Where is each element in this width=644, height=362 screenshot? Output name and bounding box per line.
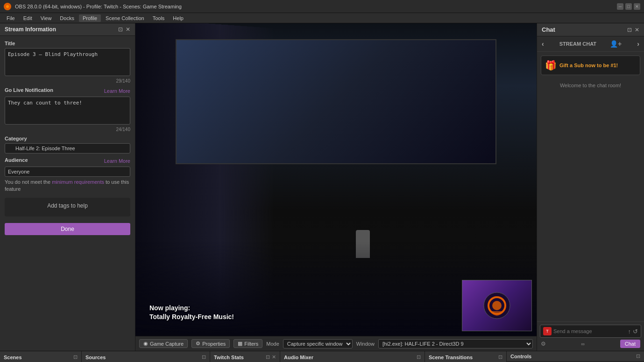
scene-frame-top — [176, 39, 496, 164]
svg-point-1 — [6, 5, 9, 8]
go-live-input[interactable]: They can count to three! — [5, 97, 130, 125]
window-controls: ─ □ ✕ — [617, 3, 640, 10]
audio-mixer-panel: Audio Mixer ⊡ Desktop Audio 0.0 dB 4s5s4… — [280, 351, 425, 362]
minimize-btn[interactable]: ─ — [617, 3, 623, 10]
title-bar: OBS 28.0.0 (64-bit, windows) - Profile: … — [0, 0, 644, 13]
twitch-stats-icons: ⊡ ✕ — [266, 354, 276, 360]
sources-panel-title: Sources — [85, 355, 106, 360]
chat-avatar: T — [543, 327, 552, 335]
scene-transitions-panel: Scene Transitions ⊡ Fade ▲ ▼ Duration ▲ … — [425, 351, 507, 362]
controls-expand-icon[interactable]: ⊡ — [636, 353, 640, 359]
stream-info-panel: Stream Information ⊡ ✕ Title Episode 3 –… — [0, 23, 135, 351]
properties-btn[interactable]: ⚙ Properties — [191, 339, 230, 348]
controls-header: Controls ⊡ — [507, 351, 644, 362]
title-input[interactable]: Episode 3 – Blind Playthrough — [5, 48, 130, 76]
window-title: OBS 28.0.0 (64-bit, windows) - Profile: … — [15, 4, 613, 9]
title-char-count: 29/140 — [5, 78, 130, 84]
menu-bar: File Edit View Docks Profile Scene Colle… — [0, 13, 644, 23]
sources-panel-header: Sources ⊡ — [82, 351, 210, 362]
stream-info-header: Stream Information ⊡ ✕ — [0, 23, 135, 36]
audience-select[interactable]: Everyone — [5, 167, 130, 177]
window-select[interactable]: [hi2.exe]: HALF-LIFE 2 - Direct3D 9 — [378, 339, 533, 348]
transitions-header: Scene Transitions ⊡ — [425, 351, 506, 362]
twitch-stats-header: Twitch Stats ⊡ ✕ — [210, 351, 280, 362]
obs-overlay — [462, 280, 532, 331]
chat-messages: Welcome to the chat room! — [537, 79, 644, 321]
twitch-stats-close-icon[interactable]: ✕ — [272, 354, 276, 360]
audio-mixer-header: Audio Mixer ⊡ — [280, 351, 425, 362]
menu-help[interactable]: Help — [169, 14, 187, 22]
go-live-row: Go Live Notification Learn More — [5, 87, 130, 95]
source-tag-icon: ◉ — [143, 341, 148, 347]
chat-header: Chat ⊡ ✕ — [537, 23, 644, 36]
game-scene: Now playing: Totally Royalty-Free Music! — [135, 23, 537, 336]
transitions-title: Scene Transitions — [429, 355, 473, 360]
video-preview: Now playing: Totally Royalty-Free Music! — [135, 23, 537, 336]
chat-header-icons: ⊡ ✕ — [627, 27, 639, 33]
chat-nav-next[interactable]: › — [635, 39, 641, 49]
stream-info-content: Title Episode 3 – Blind Playthrough 29/1… — [0, 36, 135, 351]
controls-title: Controls — [510, 354, 531, 359]
scenes-panel-title: Scenes — [4, 355, 22, 360]
properties-icon: ⚙ — [196, 341, 200, 347]
stream-info-title: Stream Information — [5, 26, 56, 33]
filters-btn[interactable]: ▦ Filters — [234, 339, 262, 348]
tags-section: Add tags to help — [5, 198, 130, 216]
app-icon — [4, 3, 11, 10]
menu-edit[interactable]: Edit — [20, 14, 36, 22]
stream-info-close-icon[interactable]: ✕ — [126, 26, 130, 33]
audio-mixer-expand-icon[interactable]: ⊡ — [417, 354, 421, 360]
chat-settings-icon[interactable]: ⚙ — [541, 341, 546, 347]
stream-info-expand-icon[interactable]: ⊡ — [118, 26, 123, 33]
title-field-label: Title — [5, 41, 130, 46]
chat-nav-prev[interactable]: ‹ — [540, 39, 546, 49]
twitch-stats-expand-icon[interactable]: ⊡ — [266, 354, 270, 360]
go-live-label: Go Live Notification — [5, 87, 53, 93]
chat-message-input[interactable] — [553, 328, 626, 334]
promo-text: Gift a Sub now to be #1! — [559, 63, 618, 68]
svg-point-4 — [492, 301, 502, 310]
obs-logo-svg — [483, 292, 511, 320]
filters-icon: ▦ — [238, 341, 242, 347]
menu-profile[interactable]: Profile — [79, 14, 101, 22]
close-btn[interactable]: ✕ — [634, 3, 640, 10]
category-wrapper: 🔍 — [5, 143, 130, 153]
now-playing-line1: Now playing: — [149, 304, 234, 313]
maximize-btn[interactable]: □ — [625, 3, 632, 10]
chat-send-btn[interactable]: Chat — [620, 340, 640, 348]
source-tag-label: Game Capture — [150, 341, 184, 347]
window-label: Window — [356, 341, 375, 347]
menu-view[interactable]: View — [37, 14, 56, 22]
menu-file[interactable]: File — [3, 14, 19, 22]
tags-label: Add tags to help — [9, 202, 126, 209]
audience-row: Audience Learn More — [5, 157, 130, 165]
chat-promo: 🎁 Gift a Sub now to be #1! — [541, 56, 640, 75]
done-button[interactable]: Done — [5, 223, 130, 235]
chat-emoji-icon[interactable]: ↑ — [628, 328, 631, 335]
requirements-link[interactable]: minimum requirements — [52, 179, 104, 185]
audience-learn-more[interactable]: Learn More — [104, 158, 130, 164]
menu-tools[interactable]: Tools — [149, 14, 169, 22]
scenes-panel-header: Scenes ⊡ — [0, 351, 81, 362]
controls-panel: Controls ⊡ Stop Streaming Start Recordin… — [507, 351, 644, 362]
mode-select[interactable]: Capture specific window — [283, 339, 353, 348]
chat-expand-icon[interactable]: ⊡ — [627, 27, 632, 33]
menu-docks[interactable]: Docks — [56, 14, 78, 22]
mode-label: Mode — [266, 341, 279, 347]
chat-add-user-icon[interactable]: 👤+ — [610, 40, 622, 48]
go-live-learn-more[interactable]: Learn More — [104, 88, 130, 94]
chat-panel: Chat ⊡ ✕ ‹ STREAM CHAT 👤+ › 🎁 Gift a Sub… — [537, 23, 644, 351]
chat-send-icon[interactable]: ↺ — [633, 328, 638, 335]
chat-close-icon[interactable]: ✕ — [635, 27, 639, 33]
menu-scene-collection[interactable]: Scene Collection — [102, 14, 148, 22]
preview-area: Now playing: Totally Royalty-Free Music!… — [135, 23, 537, 351]
audio-mixer-title: Audio Mixer — [284, 355, 313, 360]
go-live-char-count: 24/140 — [5, 127, 130, 132]
sources-expand-icon[interactable]: ⊡ — [202, 354, 206, 360]
main-layout: Stream Information ⊡ ✕ Title Episode 3 –… — [0, 23, 644, 351]
transitions-expand-icon[interactable]: ⊡ — [498, 354, 502, 360]
scenes-expand-icon[interactable]: ⊡ — [73, 354, 78, 360]
chat-title: Chat — [542, 26, 555, 33]
category-label: Category — [5, 136, 130, 141]
category-input[interactable] — [5, 143, 130, 153]
